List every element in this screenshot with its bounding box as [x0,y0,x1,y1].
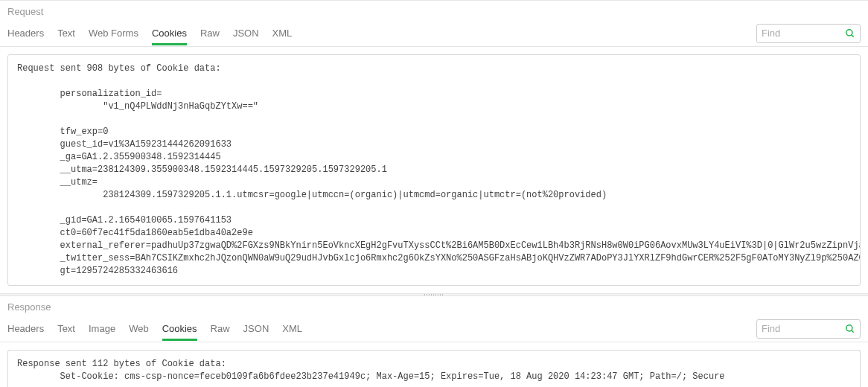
tab-text[interactable]: Text [57,22,75,45]
response-cookie-box: Response sent 112 bytes of Cookie data: … [7,350,861,387]
search-input[interactable] [762,323,845,334]
request-cookie-content: Request sent 908 bytes of Cookie data: p… [17,63,851,278]
request-search-box[interactable] [756,24,861,43]
tab-json[interactable]: JSON [243,317,269,340]
tab-cookies[interactable]: Cookies [152,22,187,45]
tab-cookies[interactable]: Cookies [162,317,197,340]
panel-divider[interactable] [0,293,868,296]
response-search-box[interactable] [756,319,861,339]
tab-webforms[interactable]: Web Forms [89,22,138,45]
search-input[interactable] [762,28,845,39]
request-cookie-box: Request sent 908 bytes of Cookie data: p… [7,54,861,286]
tab-xml[interactable]: XML [272,22,293,45]
tab-web[interactable]: Web [129,317,149,340]
tab-headers[interactable]: Headers [7,22,44,45]
svg-point-0 [846,29,852,35]
request-title: Request [0,1,868,20]
response-tabs: Headers Text Image Web Cookies Raw JSON … [7,317,756,340]
tab-headers[interactable]: Headers [7,317,44,340]
tab-json[interactable]: JSON [233,22,259,45]
svg-line-1 [852,34,854,36]
tab-image[interactable]: Image [89,317,115,340]
request-tab-bar: Headers Text Web Forms Cookies Raw JSON … [0,20,868,47]
svg-line-3 [852,330,854,332]
response-title: Response [0,296,868,316]
tab-raw[interactable]: Raw [200,22,220,45]
tab-xml[interactable]: XML [282,317,302,340]
response-tab-bar: Headers Text Image Web Cookies Raw JSON … [0,316,868,342]
svg-point-2 [846,324,852,330]
search-icon[interactable] [845,324,855,334]
response-panel: Response Headers Text Image Web Cookies … [0,296,868,387]
tab-raw[interactable]: Raw [211,317,230,340]
tab-text[interactable]: Text [57,317,75,340]
response-cookie-content: Response sent 112 bytes of Cookie data: … [17,358,851,383]
request-tabs: Headers Text Web Forms Cookies Raw JSON … [7,22,756,45]
search-icon[interactable] [845,28,855,39]
request-panel: Request Headers Text Web Forms Cookies R… [0,0,868,286]
